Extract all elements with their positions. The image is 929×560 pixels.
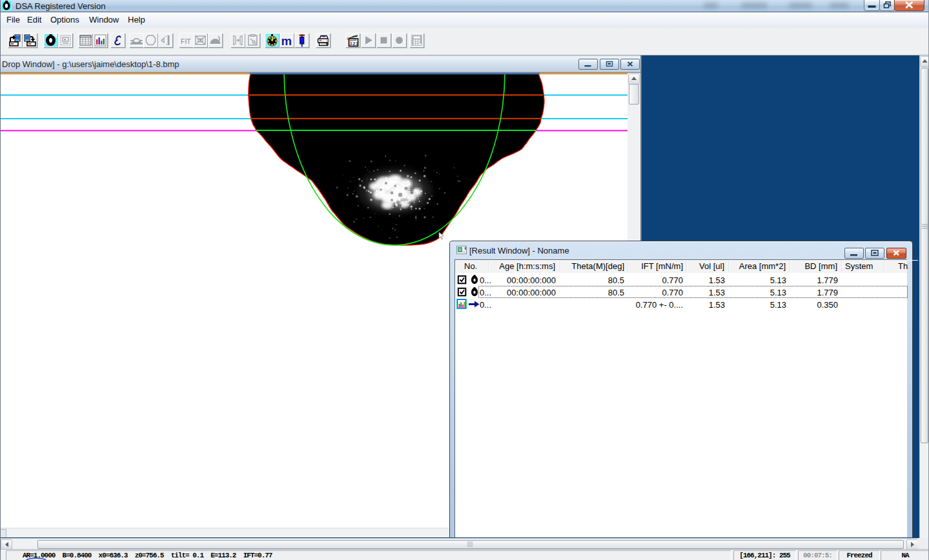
svg-text:2: 2 bbox=[352, 41, 355, 46]
svg-text:m: m bbox=[281, 34, 292, 48]
svg-text:1: 1 bbox=[356, 41, 358, 46]
svg-text:3: 3 bbox=[350, 41, 352, 46]
svg-text:FIT: FIT bbox=[181, 37, 191, 45]
